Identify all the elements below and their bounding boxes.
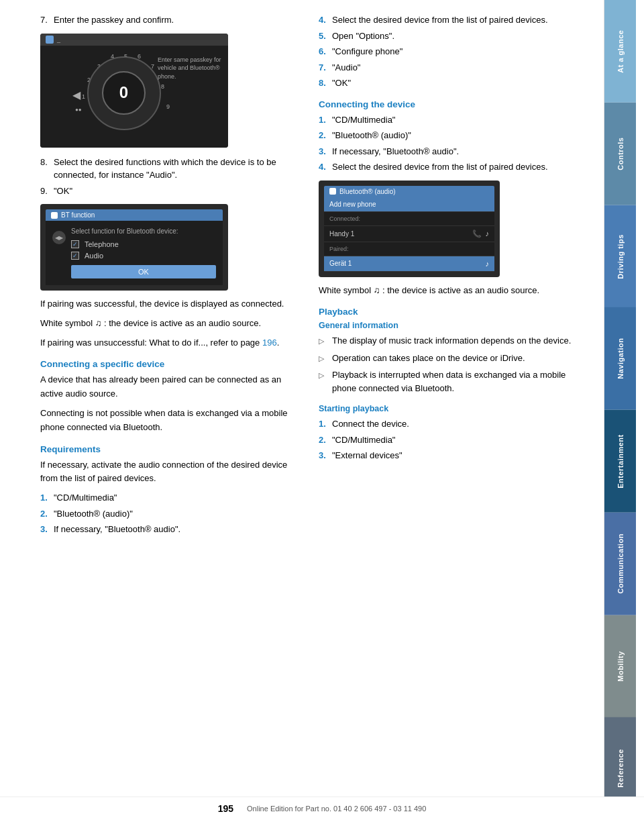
sp-step-1-text: Connect the device. [332,417,584,431]
sidebar-tab-navigation[interactable]: Navigation [604,307,636,410]
cd-step-3-text: If necessary, "Bluetooth® audio". [332,145,584,158]
bullet-1: ▷ The display of music track information… [319,334,584,348]
device-screen-1: _ 4 5 6 3 7 2 8 1 9 [40,34,228,148]
right-step-7-text: "Audio" [332,61,584,74]
right-step-6: 6. "Configure phone" [319,45,584,58]
cd-step-4: 4. Select the desired device from the li… [319,160,584,174]
handy1-text: Handy 1 [329,230,354,238]
white-symbol-2: White symbol ♫ : the device is active as… [319,284,584,298]
step-7-text: Enter the passkey and confirm. [54,13,305,27]
num-8: 8 [161,83,164,90]
bt2-title-text: Bluetooth® (audio) [339,188,396,195]
center-dial: 0 [102,71,146,115]
right-step-6-num: 6. [319,45,332,58]
right-step-4: 4. Select the desired device from the li… [319,13,584,27]
sidebar-tab-driving-tips[interactable]: Driving tips [604,205,636,308]
bt-select-label: Select function for Bluetooth device: [71,227,216,235]
right-step-7-num: 7. [319,61,332,74]
bullet-arrow-1: ▷ [319,336,327,348]
step-8-num: 8. [40,156,54,182]
right-step-4-num: 4. [319,13,332,27]
sp-step-2: 2. "CD/Multimedia" [319,433,584,447]
add-new-phone-row: Add new phone [324,197,494,212]
sidebar-tab-mobility[interactable]: Mobility [604,615,636,718]
cd-step-3-num: 3. [319,145,332,158]
connecting-specific-heading: Connecting a specific device [40,359,305,369]
gerat1-row: Gerät 1 ♪ [324,256,494,272]
step-9: 9. "OK" [40,185,305,198]
main-content: 7. Enter the passkey and confirm. _ 4 5 … [0,0,604,820]
nav-circle: ◀▶ [52,231,66,244]
playback-heading: Playback [319,307,584,317]
right-step-4-text: Select the desired device from the list … [332,13,584,27]
paired-label-row: Paired: [324,242,494,256]
sp-step-1: 1. Connect the device. [319,417,584,431]
page-footer: 195 Online Edition for Part no. 01 40 2 … [0,797,644,820]
bt-ok-button[interactable]: OK [71,265,216,278]
audio-checkbox [71,252,79,260]
sidebar-tab-communication[interactable]: Communication [604,513,636,615]
sidebar-tab-at-a-glance[interactable]: At a glance [604,0,636,103]
bt-inner: ◀▶ Select function for Bluetooth device:… [52,227,216,278]
device-header: _ [40,34,228,46]
sp-step-3: 3. "External devices" [319,449,584,462]
telephone-label: Telephone [85,240,119,248]
nav-dot: ●● [75,107,82,113]
cd-step-1: 1. "CD/Multimedia" [319,113,584,127]
bt2-title: Bluetooth® (audio) [324,186,494,197]
right-step-6-text: "Configure phone" [332,45,584,58]
right-step-7: 7. "Audio" [319,61,584,74]
bt-option-audio: Audio [71,252,216,260]
sp-step-3-text: "External devices" [332,449,584,462]
sp-step-3-num: 3. [319,449,332,462]
bullet-arrow-3: ▷ [319,370,327,395]
bullet-2: ▷ Operation can takes place on the devic… [319,352,584,365]
page-196-link[interactable]: 196 [262,338,277,348]
sidebar-tab-controls[interactable]: Controls [604,103,636,205]
bt-function-screen: BT function ◀▶ Select function for Bluet… [40,204,228,291]
req-step-2: 2. "Bluetooth® (audio)" [40,507,305,521]
pairing-fail-text: If pairing was unsuccessful: What to do … [40,338,260,348]
cd-step-3: 3. If necessary, "Bluetooth® audio". [319,145,584,158]
sidebar-tab-entertainment[interactable]: Entertainment [604,410,636,513]
bt-options-area: Select function for Bluetooth device: Te… [71,227,216,278]
sp-step-2-num: 2. [319,433,332,447]
requirements-body: If necessary, activate the audio connect… [40,458,305,486]
page-number: 195 [218,803,233,814]
right-step-5: 5. Open "Options". [319,30,584,43]
right-step-8-num: 8. [319,76,332,90]
bullet-1-text: The display of music track information d… [332,334,571,348]
audio-label: Audio [85,252,103,260]
handy1-icons: 📞 ♪ [472,229,490,238]
sidebar: At a glance Controls Driving tips Naviga… [604,0,636,820]
connecting-device-heading: Connecting the device [319,99,584,109]
sp-step-1-num: 1. [319,417,332,431]
bullet-3-text: Playback is interrupted when data is exc… [332,368,584,395]
requirements-heading: Requirements [40,444,305,454]
step-9-text: "OK" [54,185,305,198]
passkey-instructions: Enter same passkey for vehicle and Bluet… [158,56,221,81]
cd-step-4-text: Select the desired device from the list … [332,160,584,174]
cursor-indicator: _ [57,36,60,43]
cd-step-2-num: 2. [319,129,332,142]
right-step-8: 8. "OK" [319,76,584,90]
bt2-body: Add new phone Connected: Handy 1 📞 ♪ Pai… [324,197,494,272]
step-9-num: 9. [40,185,54,198]
cd-step-2-text: "Bluetooth® (audio)" [332,129,584,142]
music-icon: ♪ [486,229,490,238]
bt-logo-icon [51,212,58,219]
bt-title-bar: BT function [46,209,223,221]
left-arrow: ◀ [72,89,80,101]
bullet-2-text: Operation can takes place on the device … [332,352,525,365]
add-new-text: Add new phone [329,201,376,208]
pairing-fail: If pairing was unsuccessful: What to do … [40,336,305,350]
num-6: 6 [138,53,141,60]
connecting-body-1: A device that has already been paired ca… [40,373,305,401]
bt2-icon [329,188,336,195]
connected-label-row: Connected: [324,212,494,226]
req-step-3-text: If necessary, "Bluetooth® audio". [54,523,305,536]
footer-text: Online Edition for Part no. 01 40 2 606 … [247,805,426,813]
left-column: 7. Enter the passkey and confirm. _ 4 5 … [40,13,305,539]
bullet-3: ▷ Playback is interrupted when data is e… [319,368,584,395]
req-step-2-text: "Bluetooth® (audio)" [54,507,305,521]
